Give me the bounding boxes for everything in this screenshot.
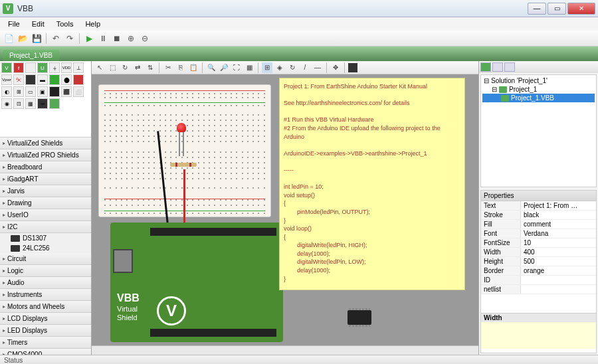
palette-item[interactable]: [49, 86, 60, 97]
save-icon[interactable]: 💾: [31, 33, 43, 45]
new-icon[interactable]: 📄: [3, 33, 15, 45]
palette-item[interactable]: VDD: [61, 62, 72, 73]
palette-item[interactable]: ⬜: [73, 86, 84, 97]
menu-tools[interactable]: Tools: [51, 19, 79, 29]
move-icon[interactable]: ✥: [330, 62, 341, 73]
menu-edit[interactable]: Edit: [27, 19, 50, 29]
item-ds1307[interactable]: DS1307: [0, 233, 91, 243]
cat-timers[interactable]: Timers: [0, 337, 91, 349]
cat-motors[interactable]: Motors and Wheels: [0, 301, 91, 313]
solution-tab3[interactable]: [504, 62, 515, 72]
code-note[interactable]: Project 1: From EarthShine Arduino Start…: [279, 78, 465, 290]
cat-virtualized-shields[interactable]: VirtualiZed Shields: [0, 137, 91, 149]
layer-icon[interactable]: ◈: [274, 62, 285, 73]
palette-item[interactable]: ⬛: [61, 86, 72, 97]
tree-project[interactable]: ⊟ Project_1: [482, 85, 595, 94]
cat-led[interactable]: LED Displays: [0, 325, 91, 337]
cat-lcd[interactable]: LCD Displays: [0, 313, 91, 325]
snap-icon[interactable]: ⊞: [262, 62, 272, 73]
palette-item[interactable]: [73, 74, 84, 85]
maximize-button[interactable]: ▭: [548, 3, 566, 15]
palette-item[interactable]: V: [1, 62, 12, 73]
palette-item[interactable]: U: [37, 62, 48, 73]
cat-cmos[interactable]: CMOS4000: [0, 349, 91, 355]
palette-item[interactable]: ▭: [25, 86, 36, 97]
cat-breadboard[interactable]: Breadboard: [0, 161, 91, 173]
palette-item[interactable]: ▣: [37, 86, 48, 97]
palette-item[interactable]: ⊞: [13, 86, 24, 97]
paste-icon[interactable]: 📋: [188, 62, 199, 73]
cat-i2c[interactable]: I2C: [0, 221, 91, 233]
wire-icon[interactable]: /: [300, 62, 310, 73]
canvas[interactable]: VBB Virtual Shield V Project 1: From Ear…: [92, 74, 478, 345]
refresh-icon[interactable]: ↻: [287, 62, 298, 73]
palette-item[interactable]: f: [13, 62, 24, 73]
tree-file[interactable]: Project_1.VBB: [482, 94, 595, 102]
cut-icon[interactable]: ✂: [163, 62, 173, 73]
properties-grid[interactable]: TextProject 1: From … Strokeblack Fillco…: [481, 201, 596, 313]
copy-icon[interactable]: ⎘: [175, 62, 186, 73]
close-button[interactable]: ✕: [567, 3, 595, 15]
step-icon[interactable]: ⊕: [125, 33, 137, 45]
redo-icon[interactable]: ↷: [64, 33, 76, 45]
wire-red[interactable]: [183, 169, 185, 230]
palette-item[interactable]: [49, 74, 60, 85]
solution-tab2[interactable]: [492, 62, 503, 72]
doc-tab[interactable]: Project_1.VBB: [3, 50, 59, 61]
cat-drawing[interactable]: Drawing: [0, 197, 91, 209]
menu-help[interactable]: Help: [80, 19, 106, 29]
h-scrollbar[interactable]: [92, 345, 478, 355]
palette-item[interactable]: ◐: [1, 86, 12, 97]
palette-item[interactable]: ⬤: [61, 74, 72, 85]
stop-icon[interactable]: ⏹: [111, 33, 123, 45]
palette-item[interactable]: ⏧: [13, 74, 24, 85]
item-24lc256[interactable]: 24LC256: [0, 243, 91, 253]
palette-item[interactable]: ⊡: [13, 98, 24, 109]
pause-icon[interactable]: ⏸: [97, 33, 109, 45]
zoomin-icon[interactable]: 🔍: [206, 62, 217, 73]
flipv-icon[interactable]: ⇅: [145, 62, 155, 73]
cat-igadgart[interactable]: iGadgART: [0, 173, 91, 185]
ds1307-chip[interactable]: [348, 310, 371, 325]
tree-root[interactable]: ⊟ Solution 'Project_1': [482, 76, 595, 85]
cat-userio[interactable]: UserIO: [0, 209, 91, 221]
open-icon[interactable]: 📂: [17, 33, 29, 45]
cat-logic[interactable]: Logic: [0, 265, 91, 277]
zoomout-icon[interactable]: 🔎: [219, 62, 229, 73]
palette-item[interactable]: ◉: [1, 98, 12, 109]
menu-file[interactable]: File: [3, 19, 25, 29]
cat-audio[interactable]: Audio: [0, 277, 91, 289]
category-list[interactable]: VirtualiZed Shields VirtualiZed PRO Shie…: [0, 137, 91, 355]
palette-item[interactable]: ▦: [25, 98, 36, 109]
cat-instruments[interactable]: Instruments: [0, 289, 91, 301]
flip-icon[interactable]: ⇄: [132, 62, 143, 73]
solution-tree[interactable]: ⊟ Solution 'Project_1' ⊟ Project_1 Proje…: [480, 74, 597, 187]
arduino-shield[interactable]: VBB Virtual Shield V: [110, 223, 283, 342]
pointer-icon[interactable]: ↖: [94, 62, 105, 73]
palette-item[interactable]: ⊥: [73, 62, 84, 73]
palette-item[interactable]: ⏚: [49, 62, 60, 73]
palette-item[interactable]: ▬: [37, 74, 48, 85]
select-icon[interactable]: ⬚: [107, 62, 118, 73]
palette-item[interactable]: [25, 74, 36, 85]
cat-jarvis[interactable]: Jarvis: [0, 185, 91, 197]
palette-item[interactable]: ∞: [37, 98, 48, 109]
led-component[interactable]: [177, 123, 186, 136]
palette-item[interactable]: Vpwr: [1, 74, 12, 85]
resistor-component[interactable]: [170, 163, 197, 167]
cat-circuit[interactable]: Circuit: [0, 253, 91, 265]
solution-tab[interactable]: [480, 62, 491, 72]
zoomfit-icon[interactable]: ⛶: [231, 62, 242, 73]
cat-virtualized-pro[interactable]: VirtualiZed PRO Shields: [0, 149, 91, 161]
line-icon[interactable]: —: [312, 62, 323, 73]
minimize-button[interactable]: —: [528, 3, 546, 15]
palette-item[interactable]: [49, 98, 60, 109]
prop-row: netlist: [481, 285, 596, 294]
color-icon[interactable]: [348, 63, 357, 72]
palette-item[interactable]: [25, 62, 36, 73]
run-icon[interactable]: ▶: [83, 33, 95, 45]
step2-icon[interactable]: ⊖: [139, 33, 151, 45]
grid-icon[interactable]: ▦: [244, 62, 254, 73]
undo-icon[interactable]: ↶: [50, 33, 62, 45]
rotate-icon[interactable]: ↻: [120, 62, 130, 73]
